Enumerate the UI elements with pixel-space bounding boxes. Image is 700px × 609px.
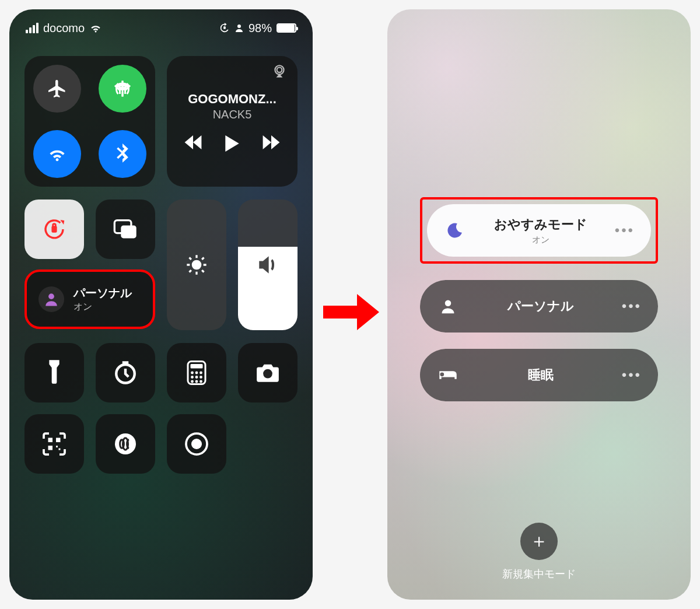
volume-icon [256, 254, 279, 275]
svg-rect-12 [191, 364, 203, 369]
focus-item-sleep[interactable]: 睡眠 ••• [420, 349, 658, 401]
screen-record-button[interactable] [167, 414, 226, 474]
plus-icon: ＋ [520, 523, 558, 560]
focus-item-subtitle: オン [467, 235, 615, 246]
screen-mirroring-button[interactable] [96, 200, 155, 259]
moon-icon [443, 222, 467, 239]
focus-mode-screen: おやすみモード オン ••• パーソナル ••• [387, 9, 691, 600]
svg-point-2 [121, 87, 124, 90]
svg-point-18 [200, 376, 202, 379]
wifi-toggle[interactable] [33, 130, 81, 178]
focus-mode-list: おやすみモード オン ••• パーソナル ••• [420, 197, 658, 401]
status-bar: docomo 98% [9, 16, 313, 40]
media-tile[interactable]: GOGOMONZ... NACK5 [167, 56, 298, 187]
bed-icon [436, 368, 460, 382]
person-icon [38, 286, 64, 312]
cellular-signal-icon [26, 23, 38, 33]
svg-point-1 [237, 24, 241, 28]
svg-rect-0 [223, 26, 226, 29]
svg-rect-7 [121, 225, 136, 238]
svg-point-9 [192, 260, 202, 270]
media-subtitle: NACK5 [213, 108, 252, 121]
airplane-mode-toggle[interactable] [33, 65, 81, 113]
person-icon [436, 298, 460, 314]
more-button[interactable]: ••• [615, 222, 635, 239]
battery-icon [276, 23, 296, 33]
svg-rect-27 [59, 449, 61, 450]
forward-button[interactable] [262, 135, 280, 152]
nfc-button[interactable] [96, 414, 155, 474]
svg-point-19 [191, 380, 194, 383]
airplay-icon[interactable] [272, 64, 287, 78]
svg-point-17 [195, 376, 198, 379]
brightness-slider[interactable] [167, 200, 226, 330]
focus-mode-button[interactable]: パーソナル オン [24, 270, 155, 329]
play-button[interactable] [225, 135, 239, 152]
svg-point-13 [191, 372, 194, 374]
camera-button[interactable] [238, 343, 298, 402]
svg-point-15 [200, 372, 202, 374]
battery-percent: 98% [249, 22, 272, 35]
svg-point-16 [191, 376, 194, 379]
svg-point-14 [195, 372, 198, 374]
focus-item-personal[interactable]: パーソナル ••• [420, 280, 658, 332]
focus-state-label: オン [74, 301, 132, 313]
brightness-icon [185, 253, 208, 276]
svg-rect-5 [51, 226, 57, 233]
person-small-icon [235, 23, 244, 33]
svg-rect-24 [56, 438, 61, 443]
bluetooth-toggle[interactable] [99, 130, 146, 178]
focus-item-do-not-disturb[interactable]: おやすみモード オン ••• [427, 204, 651, 257]
cellular-data-toggle[interactable] [99, 65, 146, 113]
rewind-button[interactable] [184, 135, 202, 152]
timer-button[interactable] [96, 343, 155, 402]
svg-rect-26 [56, 446, 58, 447]
qr-scan-button[interactable] [24, 414, 84, 474]
volume-slider[interactable] [238, 200, 298, 330]
svg-point-30 [191, 439, 202, 449]
focus-name-label: パーソナル [74, 285, 132, 301]
control-center-screen: docomo 98% [9, 9, 313, 600]
flashlight-button[interactable] [24, 343, 84, 402]
svg-point-28 [115, 433, 136, 454]
rotation-lock-toggle[interactable] [24, 200, 84, 259]
svg-rect-23 [48, 438, 53, 443]
svg-point-20 [195, 380, 198, 383]
new-focus-mode-button[interactable]: ＋ 新規集中モード [387, 523, 691, 581]
focus-item-title: パーソナル [460, 298, 622, 315]
media-title: GOGOMONZ... [188, 92, 276, 107]
focus-item-title: おやすみモード [467, 216, 615, 233]
svg-point-8 [48, 293, 54, 299]
svg-rect-25 [48, 446, 53, 450]
more-button[interactable]: ••• [622, 298, 642, 314]
more-button[interactable]: ••• [622, 367, 642, 383]
svg-point-31 [445, 300, 452, 307]
control-center-grid: GOGOMONZ... NACK5 [24, 56, 298, 474]
svg-point-4 [277, 68, 282, 73]
calculator-button[interactable] [167, 343, 226, 402]
carrier-label: docomo [43, 22, 85, 35]
svg-point-21 [200, 380, 202, 383]
transition-arrow-icon [323, 292, 379, 332]
connectivity-tile [24, 56, 155, 187]
new-focus-label: 新規集中モード [502, 567, 576, 581]
svg-point-22 [263, 369, 272, 379]
focus-item-title: 睡眠 [460, 366, 622, 384]
wifi-icon [89, 23, 102, 33]
rotation-lock-small-icon [219, 23, 230, 33]
